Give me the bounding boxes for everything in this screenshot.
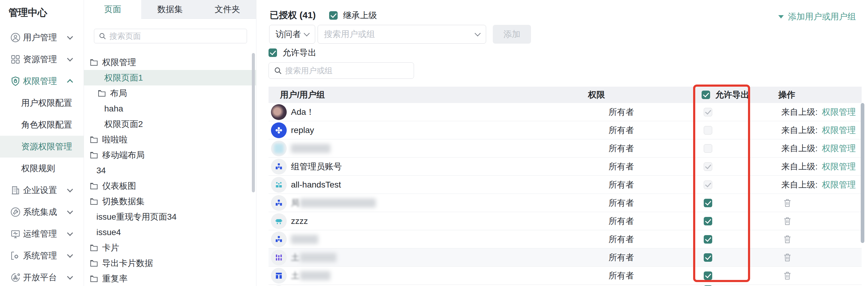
inherit-from-label: 来自上级:: [781, 179, 818, 191]
tree-node-8[interactable]: 34: [84, 163, 256, 178]
inherit-from-link[interactable]: 权限管理: [822, 143, 856, 154]
tree-search-box[interactable]: [94, 29, 247, 43]
permission-value: 所有者: [609, 212, 634, 230]
sidebar-item-4[interactable]: 用户权限配置: [0, 92, 84, 114]
table-row-3: 所有者来自上级:权限管理: [269, 139, 862, 158]
allow-export-label: 允许导出: [282, 47, 316, 59]
export-checkbox[interactable]: [704, 272, 712, 280]
table-search-input[interactable]: [285, 66, 414, 75]
chevron-up-icon: [67, 79, 73, 85]
table-row-9: 土所有者: [269, 248, 862, 266]
header-export-checkbox-wrap: [702, 87, 710, 103]
tree-node-9[interactable]: 仪表板图: [84, 178, 256, 194]
tree-node-13[interactable]: 卡片: [84, 240, 256, 255]
sidebar-item-6[interactable]: 资源权限管理: [0, 136, 84, 158]
add-user-or-group-link[interactable]: 添加用户或用户组: [778, 11, 856, 23]
sidebar-item-9[interactable]: 系统集成: [0, 201, 84, 223]
flower-badge-icon: [271, 122, 287, 138]
robot-icon-cyan: [271, 213, 287, 229]
tab-2[interactable]: 数据集: [141, 0, 198, 19]
group-icon-blue: [271, 231, 287, 247]
inherit-from-link[interactable]: 权限管理: [822, 125, 856, 136]
group-icon-purple: [271, 250, 287, 265]
delete-button[interactable]: [783, 198, 791, 208]
export-checkbox[interactable]: [704, 235, 712, 244]
export-checkbox: [704, 108, 712, 116]
tree-node-4[interactable]: haha: [84, 101, 256, 116]
inherit-from-label: 来自上级:: [781, 161, 818, 172]
table-search-box[interactable]: [269, 62, 414, 79]
tree-node-1[interactable]: 权限管理: [84, 55, 256, 70]
inherit-parent-checkbox[interactable]: [329, 11, 338, 20]
col-permission-header: 权限: [588, 87, 605, 103]
tab-1[interactable]: 页面: [84, 0, 141, 19]
redacted-name-block: [300, 198, 376, 208]
tree-node-6[interactable]: 啦啦啦: [84, 132, 256, 147]
inherit-from-link[interactable]: 权限管理: [822, 106, 856, 118]
tree-node-2[interactable]: 权限页面1: [84, 70, 256, 86]
sidebar-item-label: 权限管理: [23, 75, 57, 87]
visitor-role-select[interactable]: 访问者: [269, 25, 315, 44]
sidebar-item-11[interactable]: 系统管理: [0, 245, 84, 266]
tree-node-14[interactable]: 导出卡片数据: [84, 255, 256, 271]
permission-value: 所有者: [609, 248, 634, 266]
inherit-from-link[interactable]: 权限管理: [822, 161, 856, 172]
row-actions: [781, 266, 791, 285]
folder-icon: [90, 198, 98, 205]
permission-value: 所有者: [609, 121, 634, 139]
folder-icon: [90, 59, 98, 66]
sidebar-item-12[interactable]: 开放平台: [0, 266, 84, 286]
tree-node-15[interactable]: 重复率: [84, 271, 256, 286]
select-all-export-checkbox[interactable]: [702, 91, 710, 99]
tree-node-7[interactable]: 移动端布局: [84, 147, 256, 163]
grid-icon: [10, 54, 21, 65]
table-row-7: zzzz所有者: [269, 212, 862, 230]
chevron-down-icon: [67, 186, 73, 192]
add-button[interactable]: 添加: [493, 25, 531, 44]
export-checkbox[interactable]: [704, 253, 712, 262]
photo-avatar: [271, 104, 287, 120]
tree-node-label: 布局: [110, 88, 127, 99]
export-checkbox[interactable]: [704, 217, 712, 225]
tab-3[interactable]: 文件夹: [199, 0, 256, 19]
main-content: 已授权 (41) 继承上级 添加用户或用户组 访问者 添加 允许导出 用户/用户…: [256, 0, 868, 286]
inherit-note: 来自上级:权限管理: [781, 158, 856, 176]
table-scrollbar[interactable]: [861, 103, 864, 243]
sidebar-item-8[interactable]: 企业设置: [0, 179, 84, 201]
export-checkbox: [704, 181, 712, 189]
sidebar-item-7[interactable]: 权限规则: [0, 158, 84, 179]
delete-button[interactable]: [783, 217, 791, 226]
export-checkbox: [704, 144, 712, 153]
chevron-down-icon: [67, 274, 73, 280]
sidebar-item-5[interactable]: 角色权限配置: [0, 114, 84, 136]
user-name: replay: [291, 121, 314, 139]
export-checkbox: [704, 162, 712, 171]
tree-scrollbar[interactable]: [252, 53, 255, 192]
delete-button[interactable]: [783, 271, 791, 280]
tree-node-3[interactable]: 布局: [84, 86, 256, 101]
sidebar-item-2[interactable]: 资源管理: [0, 49, 84, 70]
delete-button[interactable]: [783, 253, 791, 262]
user-group-combobox-input[interactable]: [324, 29, 475, 39]
sidebar-item-1[interactable]: 用户管理: [0, 27, 84, 49]
row-actions: [781, 230, 791, 248]
folder-icon: [90, 275, 98, 282]
folder-icon: [90, 136, 98, 143]
tree-node-10[interactable]: 切换数据集: [84, 194, 256, 209]
export-checkbox[interactable]: [704, 199, 712, 207]
tree-node-5[interactable]: 权限页面2: [84, 116, 256, 132]
search-icon: [98, 32, 106, 40]
sidebar-item-label: 用户权限配置: [21, 97, 72, 109]
sidebar-item-10[interactable]: 运维管理: [0, 223, 84, 245]
tree-search-input[interactable]: [110, 32, 247, 41]
tree-node-12[interactable]: issue4: [84, 224, 256, 240]
user-group-combobox[interactable]: [318, 25, 486, 44]
sidebar-item-label: 用户管理: [23, 32, 57, 43]
delete-button[interactable]: [783, 235, 791, 244]
inherit-from-link[interactable]: 权限管理: [822, 179, 856, 191]
sidebar-item-label: 角色权限配置: [21, 119, 72, 131]
sidebar-item-3[interactable]: 权限管理: [0, 70, 84, 92]
table-row-5: all-handsTest所有者来自上级:权限管理: [269, 176, 862, 194]
allow-export-checkbox[interactable]: [269, 49, 277, 57]
tree-node-11[interactable]: issue重现专用页面34: [84, 209, 256, 224]
